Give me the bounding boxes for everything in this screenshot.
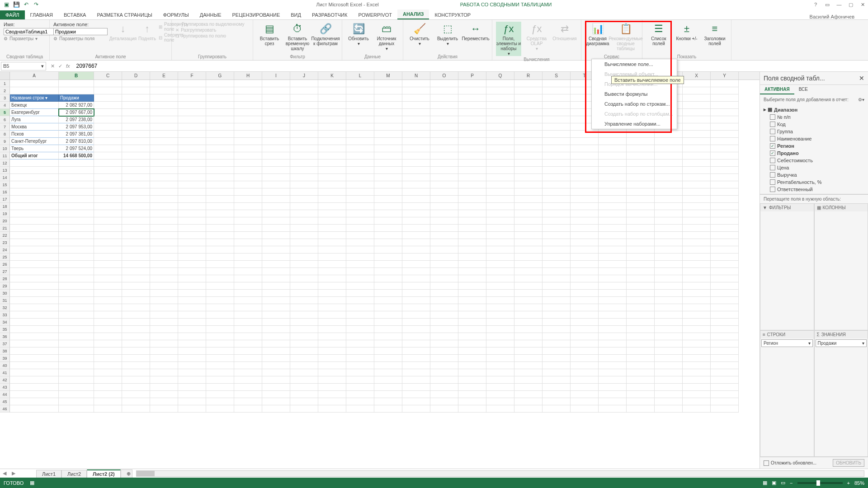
cell[interactable]	[122, 405, 150, 413]
cell[interactable]	[458, 253, 486, 261]
cell[interactable]	[430, 109, 458, 116]
cell[interactable]	[627, 239, 655, 246]
cell[interactable]	[10, 217, 59, 225]
cell[interactable]	[571, 340, 599, 347]
cell[interactable]	[178, 109, 206, 116]
cell[interactable]	[290, 232, 318, 239]
cell[interactable]	[655, 398, 683, 405]
field-checkbox[interactable]	[770, 179, 775, 185]
cell[interactable]	[374, 80, 402, 87]
cell[interactable]	[346, 246, 374, 253]
cell[interactable]	[486, 268, 514, 275]
cell[interactable]	[627, 167, 655, 174]
col-header-B[interactable]: B	[59, 72, 94, 80]
cell[interactable]	[150, 210, 178, 217]
cell[interactable]	[206, 376, 234, 384]
cell[interactable]	[318, 297, 346, 304]
cell[interactable]	[150, 282, 178, 290]
cell[interactable]	[234, 167, 262, 174]
cell[interactable]	[10, 319, 59, 326]
cell[interactable]	[262, 232, 290, 239]
cell[interactable]	[346, 181, 374, 188]
cell[interactable]	[711, 326, 739, 333]
cell[interactable]	[683, 94, 711, 102]
cell[interactable]	[290, 253, 318, 261]
cell[interactable]	[178, 138, 206, 145]
cell[interactable]	[206, 94, 234, 102]
source-button[interactable]: 🗃Источник данных▾	[374, 22, 399, 51]
row-header[interactable]: 24	[0, 246, 10, 253]
cell[interactable]	[542, 181, 571, 188]
cell[interactable]	[206, 188, 234, 196]
cell[interactable]	[599, 160, 627, 167]
cell[interactable]	[234, 188, 262, 196]
cell[interactable]	[59, 232, 94, 239]
cell[interactable]	[59, 160, 94, 167]
cell[interactable]	[458, 268, 486, 275]
cell[interactable]	[122, 87, 150, 94]
cell[interactable]	[402, 246, 430, 253]
cell[interactable]	[683, 311, 711, 319]
cell[interactable]	[711, 239, 739, 246]
cell[interactable]	[683, 196, 711, 203]
row-header[interactable]: 20	[0, 217, 10, 225]
row-header[interactable]: 23	[0, 239, 10, 246]
cell[interactable]	[711, 253, 739, 261]
cell[interactable]	[402, 131, 430, 138]
cell[interactable]	[683, 253, 711, 261]
cell[interactable]	[59, 80, 94, 87]
cell[interactable]	[206, 116, 234, 123]
cell[interactable]	[234, 239, 262, 246]
cell[interactable]	[262, 239, 290, 246]
cell[interactable]	[122, 275, 150, 282]
cell[interactable]	[683, 275, 711, 282]
cell[interactable]	[458, 246, 486, 253]
cell[interactable]	[318, 311, 346, 319]
cell[interactable]	[290, 123, 318, 131]
cell[interactable]	[374, 261, 402, 268]
cell[interactable]	[59, 355, 94, 362]
cell[interactable]	[290, 304, 318, 311]
cell[interactable]	[150, 131, 178, 138]
cell[interactable]	[59, 253, 94, 261]
cell[interactable]	[150, 297, 178, 304]
cell[interactable]	[571, 261, 599, 268]
tab-data[interactable]: ДАННЫЕ	[194, 10, 227, 19]
cell[interactable]	[655, 239, 683, 246]
cell[interactable]	[206, 362, 234, 369]
row-header[interactable]: 41	[0, 369, 10, 376]
cell[interactable]	[374, 87, 402, 94]
tab-review[interactable]: РЕЦЕНЗИРОВАНИЕ	[226, 10, 285, 19]
cell[interactable]	[514, 138, 542, 145]
col-header-G[interactable]: G	[206, 72, 234, 80]
cell[interactable]	[711, 290, 739, 297]
cell[interactable]	[59, 188, 94, 196]
cell[interactable]	[206, 319, 234, 326]
cell[interactable]	[150, 376, 178, 384]
row-header[interactable]: 12	[0, 160, 10, 167]
horizontal-scrollbar[interactable]	[136, 470, 864, 477]
cell[interactable]	[571, 275, 599, 282]
cell[interactable]	[262, 196, 290, 203]
cell[interactable]	[627, 398, 655, 405]
cell[interactable]	[458, 290, 486, 297]
cell[interactable]	[599, 333, 627, 340]
cell[interactable]	[514, 391, 542, 398]
cell[interactable]	[486, 290, 514, 297]
cell[interactable]	[318, 181, 346, 188]
cell[interactable]	[542, 405, 571, 413]
cell[interactable]	[234, 340, 262, 347]
cell[interactable]: Бежецк	[10, 102, 59, 109]
cell[interactable]	[122, 239, 150, 246]
cell[interactable]	[599, 188, 627, 196]
cell[interactable]	[290, 261, 318, 268]
cell[interactable]	[122, 131, 150, 138]
cell[interactable]	[514, 297, 542, 304]
cell[interactable]	[683, 362, 711, 369]
cell[interactable]	[94, 362, 122, 369]
cell[interactable]	[318, 261, 346, 268]
cell[interactable]	[542, 376, 571, 384]
cell[interactable]	[290, 405, 318, 413]
cell[interactable]	[122, 304, 150, 311]
cell[interactable]	[711, 102, 739, 109]
